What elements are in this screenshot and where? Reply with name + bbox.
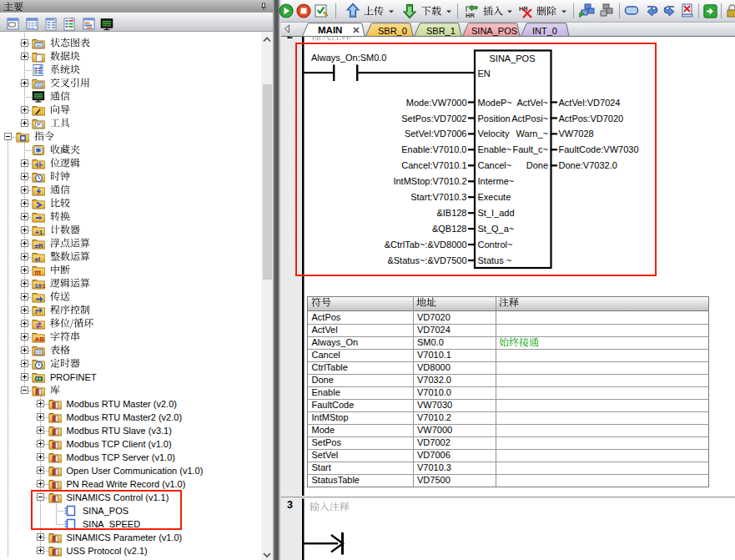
svg-text:AB: AB (35, 335, 45, 343)
svg-text:ttt: ttt (35, 268, 42, 275)
svg-text:10: 10 (35, 282, 42, 289)
svg-text:1: 1 (43, 282, 46, 289)
svg-text:±R: ±R (35, 242, 43, 250)
svg-text:+1: +1 (35, 229, 43, 236)
svg-text:±I: ±I (35, 255, 41, 263)
svg-text:HR: HR (466, 12, 475, 19)
